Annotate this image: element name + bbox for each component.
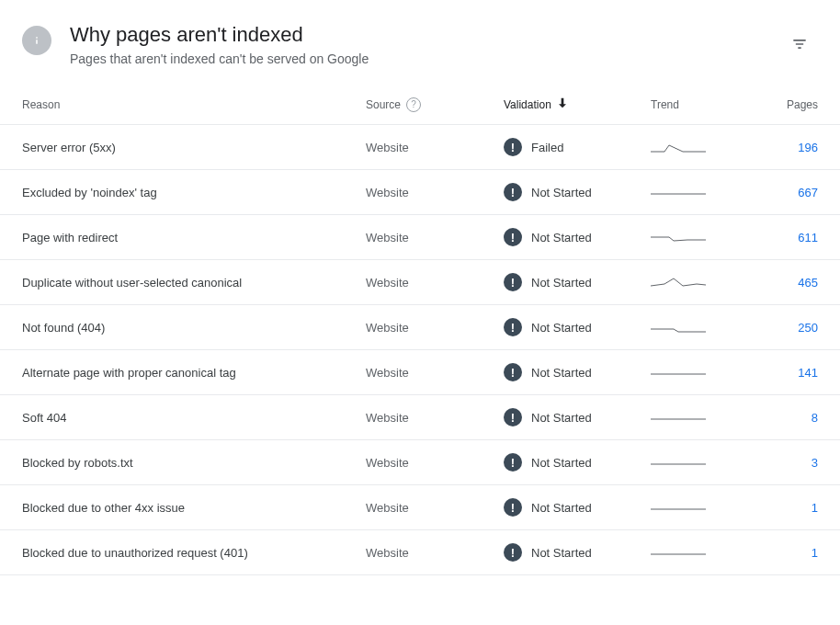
filter-button[interactable]: [781, 26, 818, 62]
sparkline: [651, 318, 706, 336]
sparkline: [651, 453, 706, 472]
source-cell: Website: [366, 276, 504, 290]
trend-cell: [651, 273, 743, 291]
trend-cell: [651, 363, 743, 381]
table-row[interactable]: Duplicate without user-selected canonica…: [0, 260, 840, 305]
trend-cell: [651, 453, 743, 472]
sparkline: [651, 273, 706, 291]
exclamation-icon: !: [504, 453, 522, 472]
exclamation-icon: !: [504, 228, 522, 246]
column-header-reason[interactable]: Reason: [22, 98, 366, 111]
validation-cell: !Not Started: [504, 543, 651, 562]
sparkline: [651, 408, 706, 426]
pages-cell[interactable]: 611: [743, 231, 818, 244]
table-row[interactable]: Not found (404)Website!Not Started250: [0, 305, 840, 350]
reason-cell: Blocked due to unauthorized request (401…: [22, 546, 366, 560]
reason-cell: Page with redirect: [22, 231, 366, 244]
reason-cell: Duplicate without user-selected canonica…: [22, 276, 366, 290]
trend-cell: [651, 228, 743, 246]
source-cell: Website: [366, 501, 504, 515]
sparkline: [651, 543, 706, 562]
sparkline: [651, 363, 706, 381]
info-icon: [22, 26, 51, 55]
exclamation-icon: !: [504, 318, 522, 336]
filter-icon: [790, 35, 809, 53]
validation-label: Not Started: [531, 231, 592, 244]
reason-cell: Blocked by robots.txt: [22, 456, 366, 470]
source-cell: Website: [366, 456, 504, 470]
sparkline: [651, 498, 706, 517]
trend-cell: [651, 498, 743, 517]
source-cell: Website: [366, 321, 504, 335]
column-header-validation[interactable]: Validation: [504, 96, 651, 113]
validation-cell: !Not Started: [504, 453, 651, 472]
card-header: Why pages aren't indexed Pages that aren…: [0, 0, 840, 85]
pages-cell[interactable]: 1: [743, 501, 818, 515]
trend-cell: [651, 183, 743, 201]
exclamation-icon: !: [504, 363, 522, 381]
column-header-validation-label: Validation: [504, 98, 551, 111]
exclamation-icon: !: [504, 543, 522, 562]
help-icon[interactable]: ?: [406, 97, 421, 112]
validation-label: Not Started: [531, 366, 592, 380]
sparkline: [651, 228, 706, 246]
table-row[interactable]: Server error (5xx)Website!Failed196: [0, 125, 840, 170]
sparkline: [651, 183, 706, 201]
exclamation-icon: !: [504, 273, 522, 291]
column-header-source[interactable]: Source ?: [366, 97, 504, 112]
validation-cell: !Not Started: [504, 363, 651, 381]
exclamation-icon: !: [504, 498, 522, 517]
pages-cell[interactable]: 196: [743, 141, 818, 154]
table-row[interactable]: Alternate page with proper canonical tag…: [0, 350, 840, 395]
reason-cell: Excluded by 'noindex' tag: [22, 186, 366, 199]
exclamation-icon: !: [504, 408, 522, 426]
indexing-issues-card: Why pages aren't indexed Pages that aren…: [0, 0, 840, 575]
table-row[interactable]: Excluded by 'noindex' tagWebsite!Not Sta…: [0, 170, 840, 215]
column-header-source-label: Source: [366, 98, 401, 111]
reason-cell: Server error (5xx): [22, 141, 366, 154]
validation-label: Not Started: [531, 186, 592, 199]
table-row[interactable]: Blocked by robots.txtWebsite!Not Started…: [0, 440, 840, 485]
validation-cell: !Not Started: [504, 228, 651, 246]
validation-cell: !Not Started: [504, 183, 651, 201]
column-header-trend[interactable]: Trend: [651, 98, 743, 111]
page-title: Why pages aren't indexed: [70, 22, 763, 48]
pages-cell[interactable]: 141: [743, 366, 818, 380]
pages-cell[interactable]: 667: [743, 186, 818, 199]
exclamation-icon: !: [504, 183, 522, 201]
pages-cell[interactable]: 3: [743, 456, 818, 470]
table-row[interactable]: Blocked due to other 4xx issueWebsite!No…: [0, 485, 840, 530]
table-header-row: Reason Source ? Validation Trend Pages: [0, 85, 840, 125]
column-header-pages[interactable]: Pages: [743, 98, 818, 111]
table-row[interactable]: Page with redirectWebsite!Not Started611: [0, 215, 840, 260]
trend-cell: [651, 138, 743, 156]
source-cell: Website: [366, 141, 504, 154]
validation-cell: !Not Started: [504, 273, 651, 291]
sparkline: [651, 138, 706, 156]
reason-cell: Blocked due to other 4xx issue: [22, 501, 366, 515]
validation-label: Not Started: [531, 321, 592, 335]
header-text: Why pages aren't indexed Pages that aren…: [70, 22, 763, 66]
source-cell: Website: [366, 186, 504, 199]
validation-label: Failed: [531, 141, 563, 154]
pages-cell[interactable]: 465: [743, 276, 818, 290]
table-row[interactable]: Soft 404Website!Not Started8: [0, 395, 840, 440]
pages-cell[interactable]: 250: [743, 321, 818, 335]
validation-label: Not Started: [531, 501, 592, 515]
table-row[interactable]: Blocked due to unauthorized request (401…: [0, 530, 840, 575]
reason-cell: Not found (404): [22, 321, 366, 335]
validation-cell: !Not Started: [504, 408, 651, 426]
validation-label: Not Started: [531, 456, 592, 470]
exclamation-icon: !: [504, 138, 522, 156]
validation-cell: !Failed: [504, 138, 651, 156]
pages-cell[interactable]: 8: [743, 411, 818, 425]
source-cell: Website: [366, 546, 504, 560]
table-body: Server error (5xx)Website!Failed196Exclu…: [0, 125, 840, 575]
source-cell: Website: [366, 366, 504, 380]
validation-cell: !Not Started: [504, 318, 651, 336]
validation-label: Not Started: [531, 411, 592, 425]
pages-cell[interactable]: 1: [743, 546, 818, 560]
page-subtitle: Pages that aren't indexed can't be serve…: [70, 51, 763, 66]
reason-cell: Soft 404: [22, 411, 366, 425]
reason-cell: Alternate page with proper canonical tag: [22, 366, 366, 380]
